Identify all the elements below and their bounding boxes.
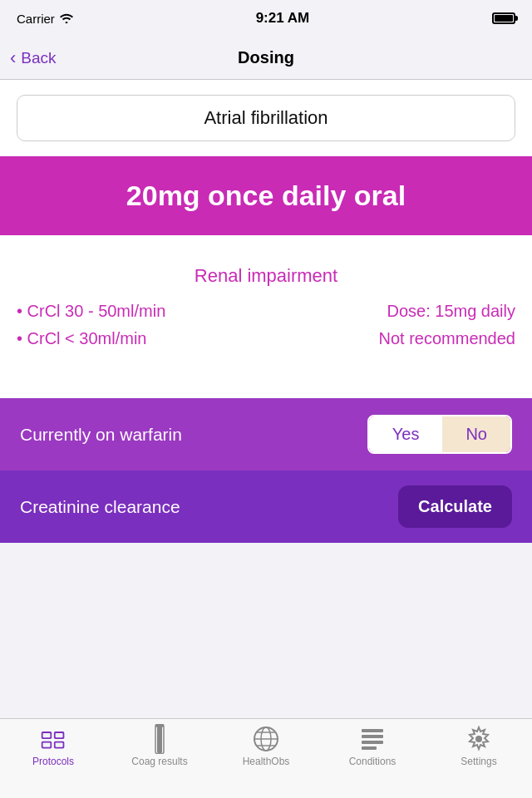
svg-rect-12 xyxy=(158,739,161,747)
tab-settings[interactable]: Settings xyxy=(426,726,532,767)
svg-rect-18 xyxy=(362,729,383,732)
calculate-button[interactable]: Calculate xyxy=(398,485,512,528)
status-time: 9:21 AM xyxy=(256,10,310,27)
back-button[interactable]: ‹ Back xyxy=(10,49,57,67)
renal-row-2: • CrCl < 30ml/min Not recommended xyxy=(17,329,515,348)
back-chevron-icon: ‹ xyxy=(10,49,16,67)
svg-point-22 xyxy=(475,736,482,742)
main-content: Atrial fibrillation 20mg once daily oral xyxy=(0,80,532,245)
tab-settings-label: Settings xyxy=(461,756,496,767)
renal-title: Renal impairment xyxy=(17,265,515,287)
back-label: Back xyxy=(21,49,56,67)
healthobs-icon xyxy=(253,726,279,752)
svg-rect-8 xyxy=(56,742,63,746)
nav-bar: ‹ Back Dosing xyxy=(0,37,532,80)
coag-results-icon xyxy=(146,726,173,752)
tab-healthobs[interactable]: HealthObs xyxy=(213,726,319,767)
tab-healthobs-label: HealthObs xyxy=(243,756,290,767)
svg-rect-19 xyxy=(362,735,383,738)
tab-protocols[interactable]: Protocols xyxy=(0,726,106,767)
warfarin-yes-button[interactable]: Yes xyxy=(369,416,443,452)
svg-rect-6 xyxy=(43,742,51,746)
renal-label-2: • CrCl < 30ml/min xyxy=(17,329,146,348)
svg-rect-20 xyxy=(362,741,383,744)
svg-point-0 xyxy=(66,22,68,23)
condition-box: Atrial fibrillation xyxy=(17,95,515,141)
dosing-text: 20mg once daily oral xyxy=(17,180,515,212)
status-bar: Carrier 9:21 AM xyxy=(0,0,532,37)
renal-section: Renal impairment • CrCl 30 - 50ml/min Do… xyxy=(0,245,532,373)
tab-protocols-label: Protocols xyxy=(32,756,74,767)
status-right xyxy=(492,12,515,24)
warfarin-section: Currently on warfarin Yes No xyxy=(0,398,532,470)
creatinine-label: Creatinine clearance xyxy=(20,497,180,517)
renal-row-1: • CrCl 30 - 50ml/min Dose: 15mg daily xyxy=(17,302,515,321)
svg-rect-7 xyxy=(56,733,63,737)
tab-coag-results[interactable]: Coag results xyxy=(106,726,213,767)
conditions-icon xyxy=(359,726,386,752)
condition-label: Atrial fibrillation xyxy=(204,107,328,128)
tab-coag-label: Coag results xyxy=(131,756,187,767)
dosing-banner: 20mg once daily oral xyxy=(0,156,532,235)
svg-rect-21 xyxy=(362,746,377,750)
warfarin-no-button[interactable]: No xyxy=(442,416,510,452)
tab-bar: Protocols Coag results HealthObs xyxy=(0,718,532,798)
settings-icon xyxy=(466,726,492,752)
carrier-label: Carrier xyxy=(17,12,73,26)
wifi-icon xyxy=(60,13,73,23)
renal-value-1: Dose: 15mg daily xyxy=(387,302,515,321)
warfarin-toggle[interactable]: Yes No xyxy=(367,415,512,454)
page-title: Dosing xyxy=(238,48,294,67)
spacer xyxy=(0,373,532,398)
svg-rect-5 xyxy=(43,733,51,737)
renal-label-1: • CrCl 30 - 50ml/min xyxy=(17,302,165,321)
tab-conditions[interactable]: Conditions xyxy=(319,726,426,767)
protocols-icon xyxy=(40,726,66,752)
battery-icon xyxy=(492,12,515,24)
carrier-text: Carrier xyxy=(17,12,55,26)
tab-conditions-label: Conditions xyxy=(349,756,397,767)
warfarin-label: Currently on warfarin xyxy=(20,425,182,445)
renal-value-2: Not recommended xyxy=(378,329,515,348)
creatinine-section: Creatinine clearance Calculate xyxy=(0,470,532,543)
